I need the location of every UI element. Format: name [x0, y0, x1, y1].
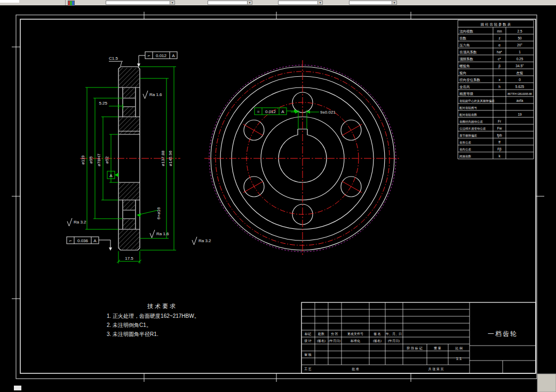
param-label: 公法线长度变动公差: [459, 127, 486, 131]
dim-5-25: 5.25: [99, 101, 107, 106]
chevron-down-icon[interactable]: ▾: [392, 1, 396, 4]
param-label: 螺旋角: [459, 64, 470, 68]
gdt-value: 0.012: [156, 53, 167, 58]
toolbar-combo-linetype[interactable]: ▾: [278, 1, 323, 5]
param-table-title: 圆 柱 齿 轮 参 数 表: [481, 22, 511, 27]
roughness-ra16-top: Ra 1.6: [149, 92, 162, 97]
gdt-value: 0.012: [265, 109, 276, 114]
datum-label: A: [109, 173, 113, 178]
tb-design: 设 计: [304, 339, 312, 342]
param-symbol: Fw: [497, 126, 502, 130]
param-symbol: ff: [498, 140, 501, 144]
gdt-symbol: =: [257, 109, 260, 114]
param-value: 34.5°: [515, 64, 524, 68]
tb-scale-value: 1:1: [456, 356, 462, 361]
param-label: 齿轮副中心距及其极限偏差: [459, 99, 495, 103]
param-symbol: k: [498, 154, 501, 158]
drawing-canvas[interactable]: ø119 ø96 ø78H7 ø52 ø137.88 ø145.96 6×ø16…: [0, 0, 556, 392]
tb-sign-hint2: (签名): [373, 339, 382, 343]
chamfer-label: C1.5: [109, 56, 118, 61]
command-line-remnant: [14, 386, 21, 390]
dim-outer: ø145.96: [168, 150, 173, 166]
gear-front-view: 9±0.021 = 0.012 A: [204, 60, 401, 257]
gdt-value: 0.036: [77, 238, 89, 243]
tb-sign-hint: (签名): [317, 339, 325, 343]
param-symbol: fpb: [497, 133, 502, 138]
tb-approve: 批 准: [352, 367, 359, 371]
roughness-ra32-left: Ra 3.2: [74, 220, 86, 225]
dim-d52: ø52: [105, 156, 109, 164]
tb-weight: 重 量: [433, 346, 441, 350]
param-label: 旋向: [459, 71, 466, 75]
cad-window: ▾ ▾ ▾ ▾: [0, 0, 556, 392]
param-value: a±fa: [517, 99, 523, 102]
tech-req-line-3: 3. 未注明圆角半径R1.: [107, 331, 158, 337]
tb-mark: 标记: [304, 332, 311, 336]
tb-signature: 签 名: [374, 332, 381, 336]
tb-standardize: 标准化: [350, 339, 360, 343]
tech-req-title: 技术要求: [147, 303, 177, 309]
tb-change-doc: 更改文件号: [347, 332, 363, 335]
param-symbol: mn: [497, 29, 502, 33]
param-symbol: Fr: [498, 119, 502, 123]
param-label: 齿圈径向跳动公差: [459, 120, 483, 124]
scrollbar-corner: [537, 374, 556, 392]
part-name: 一档齿轮: [488, 330, 518, 338]
param-symbol: Fβ: [497, 147, 502, 151]
gear-section-view: ø119 ø96 ø78H7 ø52 ø137.88 ø145.96 6×ø16…: [67, 52, 211, 263]
param-label: 配对齿轮齿数: [459, 113, 478, 117]
roughness-ra16-bottom: Ra 1.6: [156, 231, 169, 236]
tb-process: 工 艺: [304, 367, 312, 371]
param-value: 0.25: [517, 57, 523, 61]
tb-review: 审 核: [304, 353, 312, 356]
param-label: 跨测齿数: [459, 155, 472, 158]
gear-param-table: 圆 柱 齿 轮 参 数 表 法向模数 mn 2.5 齿数 z 50 压力角 α …: [458, 20, 534, 159]
param-symbol: c*: [498, 57, 501, 61]
tb-date-hint: (年月日): [329, 339, 340, 343]
title-block: 标记 处数 分 区 更改文件号 签 名 年、月、日 设 计 (签名) (年月日)…: [301, 302, 536, 373]
param-label: 齿数: [459, 36, 467, 40]
param-symbol: β: [498, 64, 501, 68]
toolbar-combo-lineweight[interactable]: ▾: [349, 1, 397, 5]
chevron-down-icon[interactable]: ▾: [317, 1, 322, 4]
param-value: 50: [518, 36, 522, 40]
gdt-symbol: ⌐: [148, 53, 150, 58]
param-label: 精度等级: [459, 92, 474, 96]
menu-remnant: [0, 0, 19, 3]
chevron-down-icon[interactable]: ▾: [247, 1, 252, 4]
layer-color-icon[interactable]: [68, 1, 75, 6]
tech-req-line-2: 2. 未注明倒角C1。: [107, 322, 152, 328]
tb-zone: 分 区: [331, 332, 338, 335]
param-label: 齿形公差: [459, 141, 472, 144]
param-symbol: ha*: [497, 50, 502, 54]
gdt-datum: A: [93, 238, 97, 243]
param-symbol: z: [498, 36, 500, 40]
param-symbol: h: [498, 85, 501, 89]
toolbar-combo-layer[interactable]: ▾: [106, 1, 175, 5]
param-label: 齿顶高系数: [459, 50, 477, 54]
param-label: 法向模数: [459, 29, 474, 34]
param-symbol: x: [498, 78, 501, 82]
tech-requirements: 技术要求 1. 正火处理，齿面硬度162~217HBW。 2. 未注明倒角C1。…: [107, 303, 200, 337]
dim-tip-root: ø137.88: [161, 150, 165, 166]
tb-count: 处数: [317, 332, 324, 336]
dim-d96: ø96: [89, 156, 93, 164]
dim-d78: ø78H7: [97, 153, 101, 166]
param-value: 19: [518, 113, 522, 116]
param-label: 径向变位系数: [459, 78, 481, 82]
dim-holes: 6×ø16: [156, 207, 161, 219]
param-value: 0: [519, 78, 521, 82]
dim-17-5: 17.5: [125, 256, 133, 261]
param-value: 左旋: [517, 71, 524, 75]
param-label: 全齿高: [459, 85, 470, 89]
roughness-ra32-right: Ra 3.2: [198, 238, 211, 243]
chevron-down-icon[interactable]: ▾: [170, 1, 174, 4]
gdt-datum: A: [281, 109, 284, 114]
param-label: 基节极限偏差: [459, 134, 478, 138]
gdt-symbol: ⌐: [69, 238, 72, 243]
toolbar-combo-color[interactable]: ▾: [208, 1, 252, 5]
param-value: 5.625: [515, 85, 525, 89]
param-label: 顶隙系数: [459, 57, 474, 61]
dim-d119: ø119: [81, 155, 85, 165]
tech-req-line-1: 1. 正火处理，齿面硬度162~217HBW。: [107, 313, 200, 319]
